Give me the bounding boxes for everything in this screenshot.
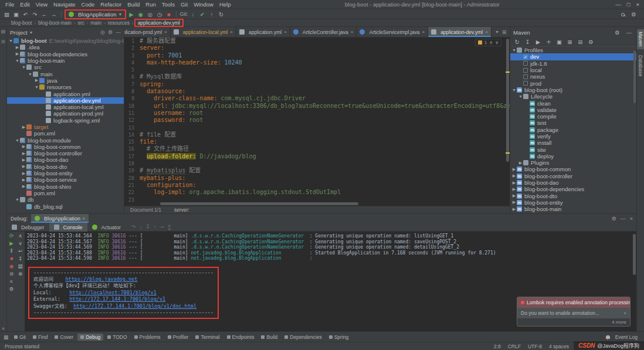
- menu-navigate[interactable]: Navigate: [50, 1, 79, 8]
- next-inspection-icon[interactable]: ∨: [495, 40, 499, 45]
- breadcrumb-item-blog-boot-main[interactable]: blog-boot-main: [36, 20, 73, 26]
- expand-arrow-icon[interactable]: ▶: [21, 164, 26, 169]
- console-scrollbar[interactable]: [633, 234, 636, 275]
- scrollbar-thumb[interactable]: [160, 202, 358, 205]
- banner-link[interactable]: http://localhost:7001/blog/v1: [69, 290, 156, 295]
- maven-tree-item-blog-boot-dao[interactable]: ▶mblog-boot-dao: [510, 179, 636, 186]
- project-tree-item-application.yml[interactable]: application.yml: [7, 90, 124, 97]
- project-tree-item-java[interactable]: ▶java: [7, 77, 124, 84]
- get-thread-dump-icon[interactable]: ≡: [10, 279, 13, 284]
- code-text[interactable]: # 服务器配置: [140, 38, 510, 45]
- project-tree-item-pom.xml[interactable]: pom.xml: [7, 130, 124, 137]
- expand-arrow-icon[interactable]: ▶: [511, 200, 517, 205]
- project-tree-item-blog-boot-service[interactable]: ▶blog-boot-service: [7, 176, 124, 183]
- toolwindow-button-find[interactable]: Find: [30, 334, 51, 341]
- notification-message[interactable]: Do you want to enable annotation...: [521, 310, 599, 316]
- code-text[interactable]: log-impl: org.apache.ibatis.logging.stdo…: [140, 189, 510, 196]
- maven-tree-item-jdk-1.8[interactable]: jdk-1.8: [510, 60, 636, 67]
- project-tree-item-main[interactable]: ▼main: [7, 70, 124, 77]
- debug-session-tab[interactable]: BlogApplication ×: [31, 214, 89, 223]
- editor-horizontal-scrollbar[interactable]: [142, 202, 503, 205]
- project-stripe-icon[interactable]: ▤: [1, 29, 6, 34]
- editor-vertical-scrollbar[interactable]: [505, 38, 510, 206]
- forward-icon[interactable]: →: [49, 11, 58, 18]
- project-tree-item-application-prod.yml[interactable]: application-prod.yml: [7, 110, 124, 117]
- expand-notification-icon[interactable]: ∨: [623, 311, 626, 315]
- project-tree-item-application-dev.yml[interactable]: application-dev.yml: [7, 97, 124, 104]
- view-breakpoints-icon[interactable]: ◉: [9, 264, 13, 269]
- code-text[interactable]: # file 配置: [140, 131, 510, 138]
- maven-tree-item-site[interactable]: msite: [510, 146, 636, 152]
- profile-checkbox[interactable]: [523, 68, 528, 73]
- menu-refactor[interactable]: Refactor: [97, 1, 124, 8]
- code-text[interactable]: url: jdbc:mysql://localhost:3306/db_blog…: [140, 103, 510, 110]
- step-into-icon[interactable]: ↓: [140, 224, 143, 230]
- step-out-icon[interactable]: ↑: [154, 224, 157, 230]
- code-text[interactable]: mybatis-plus:: [140, 175, 510, 182]
- caret-position[interactable]: 2:8: [494, 344, 501, 349]
- tab-list-chevron-icon[interactable]: ▼: [495, 30, 499, 34]
- breadcrumb-item-blog-boot[interactable]: blog-boot: [9, 20, 33, 26]
- scroll-to-end-icon[interactable]: ↧: [18, 256, 22, 261]
- refresh-maven-icon[interactable]: ↻: [513, 38, 521, 46]
- breadcrumb-item-main[interactable]: main: [89, 20, 103, 26]
- menu-code[interactable]: Code: [79, 1, 98, 8]
- jump-top-icon[interactable]: ∧: [18, 233, 22, 239]
- lombok-notification[interactable]: Lombok requires enabled annotation proce…: [517, 297, 631, 327]
- file-encoding[interactable]: UTF-8: [528, 344, 542, 349]
- save-all-icon[interactable]: ▣: [12, 11, 21, 18]
- project-tree-item-db-blog.sql[interactable]: db_blog.sql: [7, 203, 124, 209]
- maven-tree-item-deploy[interactable]: mdeploy: [510, 153, 636, 159]
- code-text[interactable]: driver-class-name: com.mysql.cj.jdbc.Dri…: [140, 95, 510, 102]
- mute-breakpoints-icon[interactable]: ⊘: [9, 271, 13, 277]
- git-history-icon[interactable]: ↻: [216, 11, 225, 18]
- maven-tree-item-validate[interactable]: mvalidate: [510, 107, 636, 113]
- expand-arrow-icon[interactable]: ▼: [34, 85, 39, 89]
- code-text[interactable]: # mybatisplus 配置: [140, 167, 510, 174]
- code-text[interactable]: max-http-header-size: 10240: [140, 59, 510, 66]
- notification-more[interactable]: 4 more: [517, 318, 630, 326]
- close-tab-icon[interactable]: ×: [230, 29, 233, 35]
- maven-tree-item-clean[interactable]: mclean: [510, 100, 636, 106]
- highlight-mark[interactable]: [506, 152, 510, 154]
- project-tree-item-blog-boot[interactable]: ▼blog-boot E:\work\git\javadog\blog\blog…: [7, 38, 124, 44]
- stop-icon[interactable]: ■: [164, 11, 173, 18]
- stop-icon[interactable]: ■: [10, 256, 13, 261]
- console-log-line[interactable]: 2023-04-24 15:53:44.567 INFO 30616 --- […: [27, 239, 636, 245]
- execute-goal-icon[interactable]: ▣: [555, 38, 564, 46]
- expand-arrow-icon[interactable]: ▶: [511, 207, 517, 212]
- undo-icon[interactable]: ↶: [21, 11, 30, 18]
- maven-gear-icon[interactable]: ⚙: [613, 29, 622, 36]
- line-separator[interactable]: CRLF: [508, 344, 521, 349]
- print-icon[interactable]: ▤: [18, 264, 22, 269]
- menu-help[interactable]: Help: [216, 1, 234, 8]
- expand-arrow-icon[interactable]: ▶: [21, 184, 26, 189]
- code-text[interactable]: upload-folder: D://javadog/blog: [140, 153, 510, 160]
- settings-icon[interactable]: ⚙: [9, 287, 14, 292]
- console-log-line[interactable]: 2023-04-24 15:53:44.588 INFO 30616 --- […: [27, 250, 636, 256]
- expand-arrow-icon[interactable]: ▶: [511, 167, 517, 172]
- expand-arrow-icon[interactable]: ▶: [21, 171, 26, 176]
- force-step-into-icon[interactable]: ↧: [145, 224, 150, 230]
- expand-arrow-icon[interactable]: ▶: [15, 52, 20, 56]
- download-sources-icon[interactable]: ↧: [523, 38, 532, 46]
- debug-tab-debugger[interactable]: Debugger: [7, 223, 49, 232]
- menu-run[interactable]: Run: [143, 1, 158, 8]
- git-commit-icon[interactable]: ✔: [198, 11, 206, 18]
- debug-icon[interactable]: ◉: [136, 11, 145, 18]
- code-text[interactable]: username: root: [140, 110, 510, 117]
- breadcrumb-item-src[interactable]: src: [76, 20, 86, 26]
- expand-arrow-icon[interactable]: ▶: [21, 178, 26, 182]
- hide-panel-icon[interactable]: —: [625, 29, 633, 36]
- expand-arrow-icon[interactable]: ▼: [511, 88, 517, 92]
- toolwindow-button-event-log[interactable]: Event Log: [612, 334, 640, 341]
- minimize-icon[interactable]: —: [621, 216, 626, 222]
- breadcrumb-item-application-dev.yml[interactable]: application-dev.yml: [136, 20, 182, 26]
- menu-tools[interactable]: Tools: [159, 1, 178, 8]
- maven-tree-item-blog-boot-controller[interactable]: ▶mblog-boot-controller: [510, 173, 636, 179]
- prev-inspection-icon[interactable]: ∧: [489, 40, 493, 45]
- stripe-button-maven[interactable]: Maven: [637, 29, 644, 49]
- locate-file-icon[interactable]: ◎: [100, 29, 105, 35]
- debug-tab-actuator[interactable]: Actuator: [87, 223, 126, 232]
- code-text[interactable]: [140, 66, 510, 73]
